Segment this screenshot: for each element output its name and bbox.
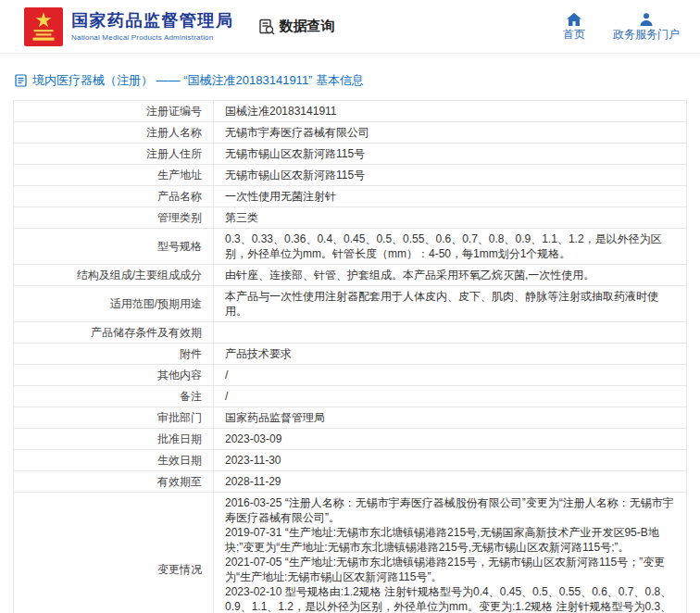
row-value: / <box>214 386 687 407</box>
row-label: 有效期至 <box>14 471 214 493</box>
row-label: 变更情况 <box>14 493 214 613</box>
row-value: / <box>214 365 687 386</box>
nav-home[interactable]: 首页 <box>563 13 585 40</box>
person-icon <box>640 13 653 26</box>
row-label: 适用范围/预期用途 <box>14 286 214 322</box>
table-row-change-history: 变更情况 2016-03-25 “注册人名称：无锡市宇寿医疗器械股份有限公司”变… <box>14 493 687 613</box>
row-label: 备注 <box>14 386 214 407</box>
table-row: 结构及组成/主要组成成分 由针座、连接部、针管、护套组成。本产品采用环氧乙烷灭菌… <box>14 265 687 286</box>
row-label: 批准日期 <box>14 429 214 450</box>
nav-portal-label: 政务服务门户 <box>613 29 680 40</box>
data-query-label: 数据查询 <box>280 18 335 35</box>
table-row: 附件 产品技术要求 <box>14 344 687 365</box>
row-label: 生效日期 <box>14 450 214 471</box>
nav-portal[interactable]: 政务服务门户 <box>613 13 680 40</box>
row-value: 0.3、0.33、0.36、0.4、0.45、0.5、0.55、0.6、0.7、… <box>214 229 687 265</box>
brand: 国家药品监督管理局 National Medical Products Admi… <box>24 7 234 46</box>
row-value: 无锡市锡山区农新河路115号 <box>214 165 687 186</box>
row-value: 2023-03-09 <box>214 429 687 450</box>
row-label: 注册证编号 <box>14 101 214 122</box>
home-icon <box>567 13 581 26</box>
table-row: 有效期至 2028-11-29 <box>14 471 687 493</box>
row-label: 注册人名称 <box>14 122 214 144</box>
table-row: 其他内容 / <box>14 365 687 386</box>
row-value: 无锡市锡山区农新河路115号 <box>214 144 687 165</box>
top-nav: 首页 政务服务门户 <box>563 13 685 40</box>
table-row: 产品储存条件及有效期 <box>14 322 687 344</box>
row-value: 一次性使用无菌注射针 <box>214 186 687 207</box>
table-row: 生效日期 2023-11-30 <box>14 450 687 471</box>
data-query-button[interactable]: 数据查询 <box>258 18 335 35</box>
breadcrumb: 境内医疗器械（注册） —— “国械注准20183141911” 基本信息 <box>15 72 687 89</box>
row-label: 结构及组成/主要组成成分 <box>14 265 214 286</box>
table-row: 管理类别 第三类 <box>14 207 687 229</box>
registration-info-table: 注册证编号 国械注准20183141911 注册人名称 无锡市宇寿医疗器械有限公… <box>13 100 687 613</box>
table-row: 适用范围/预期用途 本产品与一次性使用注射器配套用于人体皮内、皮下、肌肉、静脉等… <box>14 286 687 322</box>
table-row: 注册证编号 国械注准20183141911 <box>14 101 687 122</box>
table-row: 注册人名称 无锡市宇寿医疗器械有限公司 <box>14 122 687 144</box>
row-value: 2028-11-29 <box>214 471 687 493</box>
document-search-icon <box>258 19 275 35</box>
table-row: 注册人住所 无锡市锡山区农新河路115号 <box>14 144 687 165</box>
row-value: 产品技术要求 <box>214 344 687 365</box>
row-value: 2016-03-25 “注册人名称：无锡市宇寿医疗器械股份有限公司”变更为“注册… <box>214 493 687 613</box>
row-value <box>214 322 687 344</box>
row-value: 国械注准20183141911 <box>214 101 687 122</box>
site-header: 国家药品监督管理局 National Medical Products Admi… <box>0 0 700 54</box>
row-label: 产品储存条件及有效期 <box>14 322 214 344</box>
nav-home-label: 首页 <box>563 29 585 40</box>
row-label: 注册人住所 <box>14 144 214 165</box>
table-row: 生产地址 无锡市锡山区农新河路115号 <box>14 165 687 186</box>
row-value: 本产品与一次性使用注射器配套用于人体皮内、皮下、肌肉、静脉等注射或抽取药液时使用… <box>214 286 687 322</box>
row-value: 国家药品监督管理局 <box>214 407 687 429</box>
table-row: 备注 / <box>14 386 687 407</box>
table-row: 审批部门 国家药品监督管理局 <box>14 407 687 429</box>
table-row: 产品名称 一次性使用无菌注射针 <box>14 186 687 207</box>
row-value: 由针座、连接部、针管、护套组成。本产品采用环氧乙烷灭菌,一次性使用。 <box>214 265 687 286</box>
row-label: 管理类别 <box>14 207 214 229</box>
row-value: 2023-11-30 <box>214 450 687 471</box>
brand-text: 国家药品监督管理局 National Medical Products Admi… <box>71 11 234 42</box>
nmpa-emblem-logo <box>24 7 63 46</box>
document-icon <box>15 74 27 87</box>
row-label: 型号规格 <box>14 229 214 265</box>
row-value: 第三类 <box>214 207 687 229</box>
main-content: 境内医疗器械（注册） —— “国械注准20183141911” 基本信息 注册证… <box>0 54 700 613</box>
breadcrumb-text: 境内医疗器械（注册） —— “国械注准20183141911” 基本信息 <box>32 72 364 89</box>
row-label: 产品名称 <box>14 186 214 207</box>
table-row: 批准日期 2023-03-09 <box>14 429 687 450</box>
row-value: 无锡市宇寿医疗器械有限公司 <box>214 122 687 144</box>
row-label: 附件 <box>14 344 214 365</box>
org-title-en: National Medical Products Administration <box>71 33 234 42</box>
row-label: 审批部门 <box>14 407 214 429</box>
row-label: 生产地址 <box>14 165 214 186</box>
org-title-cn: 国家药品监督管理局 <box>71 11 234 31</box>
table-row: 型号规格 0.3、0.33、0.36、0.4、0.45、0.5、0.55、0.6… <box>14 229 687 265</box>
row-label: 其他内容 <box>14 365 214 386</box>
